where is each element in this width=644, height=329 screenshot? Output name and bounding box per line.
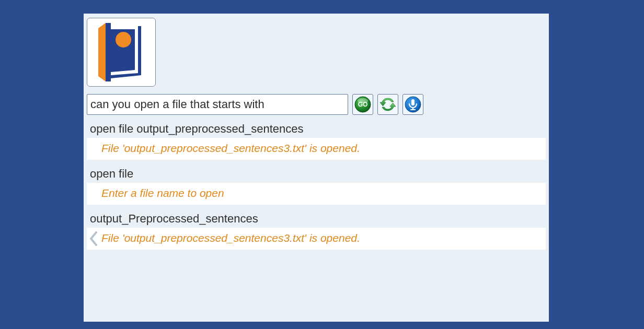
response-text: File 'output_preprocessed_sentences3.txt… xyxy=(87,138,546,160)
query-text: open file xyxy=(87,163,546,183)
response-text: Enter a file name to open xyxy=(87,183,546,205)
query-text: open file output_preprocessed_sentences xyxy=(87,118,546,138)
go-icon: GO xyxy=(354,96,371,113)
history-entry: output_Preprocessed_sentencesFile 'outpu… xyxy=(87,208,546,250)
svg-point-1 xyxy=(116,32,131,48)
chevron-left-icon[interactable] xyxy=(88,230,99,247)
history-list: open file output_preprocessed_sentencesF… xyxy=(87,118,546,250)
mic-button[interactable] xyxy=(402,94,423,115)
app-logo-icon xyxy=(95,23,147,81)
svg-rect-0 xyxy=(106,23,111,81)
history-entry: open fileEnter a file name to open xyxy=(87,163,546,205)
query-text: output_Preprocessed_sentences xyxy=(87,208,546,228)
response-text: File 'output_preprocessed_sentences3.txt… xyxy=(87,228,546,250)
refresh-icon xyxy=(380,96,396,113)
svg-rect-6 xyxy=(411,99,415,105)
svg-text:GO: GO xyxy=(358,101,368,108)
main-panel: GO xyxy=(84,14,549,322)
go-button[interactable]: GO xyxy=(352,94,373,115)
logo-frame xyxy=(87,18,156,87)
refresh-button[interactable] xyxy=(377,94,398,115)
command-row: GO xyxy=(87,94,546,115)
history-entry: open file output_preprocessed_sentencesF… xyxy=(87,118,546,160)
microphone-icon xyxy=(405,96,421,113)
command-input[interactable] xyxy=(87,94,348,115)
